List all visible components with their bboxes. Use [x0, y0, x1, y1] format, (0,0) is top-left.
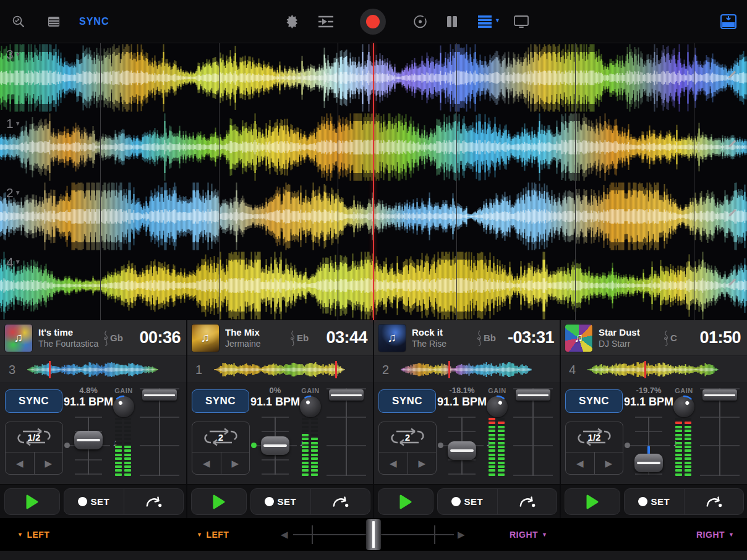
- pitch-slider-handle[interactable]: [448, 441, 476, 460]
- djay-app: SYNC ▼ 3▼: [0, 0, 747, 560]
- pencil-edit-icon[interactable]: [728, 278, 737, 289]
- mixer-assign-right-2[interactable]: RIGHT▼: [696, 530, 734, 540]
- deck-number-label: 3▼: [6, 47, 21, 62]
- track-artist: Jermaine: [225, 339, 289, 349]
- crossfader-right-arrow[interactable]: ▶: [458, 529, 465, 540]
- crossfader-left-arrow[interactable]: ◀: [281, 529, 288, 540]
- vinyl-mode-icon[interactable]: [412, 14, 428, 30]
- pitch-slider[interactable]: ♪: [625, 417, 678, 475]
- drawer-panel-icon[interactable]: [720, 14, 737, 30]
- music-note-icon: ♫: [14, 331, 23, 345]
- deck-controls: SYNC -18.1% 91.1 BPM GAIN: [374, 383, 560, 484]
- pitch-slider-handle[interactable]: [261, 436, 289, 455]
- tempo-percent: 0%: [247, 386, 303, 395]
- loop-controls: 2 ◀ ▶: [378, 422, 437, 475]
- cue-set-button[interactable]: SET: [438, 489, 498, 514]
- display-icon[interactable]: [513, 14, 529, 29]
- gain-knob[interactable]: [487, 396, 508, 417]
- pitch-slider[interactable]: ♪: [64, 417, 117, 475]
- beat-jump-button[interactable]: [685, 489, 744, 514]
- cue-set-label: SET: [651, 496, 670, 507]
- deck-number-label: 1▼: [6, 116, 21, 131]
- loop-step-back-button[interactable]: ◀: [6, 452, 35, 474]
- cue-dot-icon: [265, 497, 274, 506]
- track-title: It's time: [38, 327, 103, 337]
- mixer-assign-left-1[interactable]: ▼LEFT: [17, 530, 49, 540]
- key-value: Eb: [297, 333, 309, 343]
- play-button[interactable]: [191, 488, 247, 515]
- split-view-icon[interactable]: [445, 14, 459, 29]
- library-icon[interactable]: [46, 14, 61, 29]
- loop-step-forward-button[interactable]: ▶: [221, 452, 250, 474]
- zoom-icon[interactable]: [11, 14, 26, 29]
- waveform-layout-icon[interactable]: ▼: [477, 14, 500, 29]
- record-dot-icon: [366, 15, 380, 28]
- pencil-edit-icon[interactable]: [728, 208, 737, 220]
- play-button[interactable]: [4, 488, 60, 515]
- level-meter: [115, 418, 131, 476]
- loop-controls: 1/2 ◀ ▶: [5, 422, 63, 475]
- tempo-percent: 4.8%: [61, 386, 116, 395]
- automix-icon[interactable]: [317, 15, 335, 28]
- deck-number-label: 4▼: [6, 255, 21, 269]
- overview-waveform[interactable]: [27, 361, 158, 378]
- level-meter: [489, 418, 505, 476]
- cue-set-label: SET: [277, 496, 296, 507]
- beat-jump-button[interactable]: [311, 489, 370, 514]
- pitch-slider[interactable]: ♪: [251, 417, 304, 475]
- volume-fader[interactable]: [700, 388, 740, 476]
- loop-step-buttons: ◀ ▶: [6, 452, 62, 474]
- cue-set-button[interactable]: SET: [251, 489, 311, 514]
- gain-knob[interactable]: [300, 396, 321, 417]
- play-button[interactable]: [378, 488, 433, 515]
- play-button[interactable]: [565, 488, 620, 515]
- volume-fader[interactable]: [140, 388, 179, 476]
- cue-set-button[interactable]: SET: [625, 489, 685, 514]
- cue-set-label: SET: [464, 496, 483, 507]
- loop-step-back-button[interactable]: ◀: [566, 452, 595, 474]
- mixer-assign-left-2[interactable]: ▼LEFT: [197, 530, 229, 540]
- overview-waveform[interactable]: [401, 361, 532, 378]
- settings-gear-icon[interactable]: [284, 14, 299, 30]
- playhead-line: [373, 43, 374, 320]
- deck-number: 4: [569, 362, 576, 376]
- volume-fader-handle[interactable]: [142, 389, 177, 401]
- cue-group: SET: [624, 488, 744, 515]
- mixer-assign-right-1[interactable]: RIGHT▼: [510, 530, 547, 540]
- beat-grid-line: [100, 43, 101, 320]
- loop-length-button[interactable]: 2: [192, 422, 249, 452]
- album-art: ♫: [5, 325, 32, 352]
- pencil-edit-icon[interactable]: [728, 139, 737, 151]
- loop-length-button[interactable]: 2: [379, 422, 436, 452]
- cue-set-button[interactable]: SET: [64, 489, 124, 514]
- overview-waveform[interactable]: [587, 361, 719, 378]
- loop-step-forward-button[interactable]: ▶: [408, 452, 437, 474]
- loop-step-forward-button[interactable]: ▶: [595, 452, 623, 474]
- volume-fader[interactable]: [513, 388, 553, 476]
- pitch-slider-handle[interactable]: [74, 431, 103, 449]
- pitch-slider-handle[interactable]: [634, 454, 663, 472]
- loop-step-back-button[interactable]: ◀: [192, 452, 221, 474]
- volume-fader-handle[interactable]: [516, 389, 550, 401]
- loop-length-button[interactable]: 1/2: [566, 422, 623, 452]
- master-sync-button[interactable]: SYNC: [79, 16, 109, 27]
- gain-knob[interactable]: [673, 396, 694, 417]
- loop-step-back-button[interactable]: ◀: [379, 452, 408, 474]
- record-button[interactable]: [360, 9, 386, 35]
- beat-jump-button[interactable]: [124, 489, 184, 514]
- beat-jump-button[interactable]: [498, 489, 557, 514]
- waveform-area: 3▼ 1▼ 2▼: [0, 43, 747, 320]
- pencil-edit-icon[interactable]: [728, 70, 737, 82]
- loop-step-forward-button[interactable]: ▶: [35, 452, 63, 474]
- chevron-down-icon: ▼: [15, 258, 21, 265]
- loop-length-button[interactable]: 1/2: [6, 422, 62, 452]
- volume-fader-handle[interactable]: [702, 389, 737, 401]
- volume-fader[interactable]: [327, 388, 366, 476]
- overview-strip: 2: [374, 355, 560, 383]
- pitch-slider[interactable]: ♪: [438, 417, 491, 475]
- crossfader-handle[interactable]: [366, 519, 381, 550]
- overview-waveform[interactable]: [214, 361, 345, 378]
- key-display: C: [663, 330, 677, 346]
- volume-fader-handle[interactable]: [329, 389, 364, 401]
- gain-knob[interactable]: [113, 396, 134, 417]
